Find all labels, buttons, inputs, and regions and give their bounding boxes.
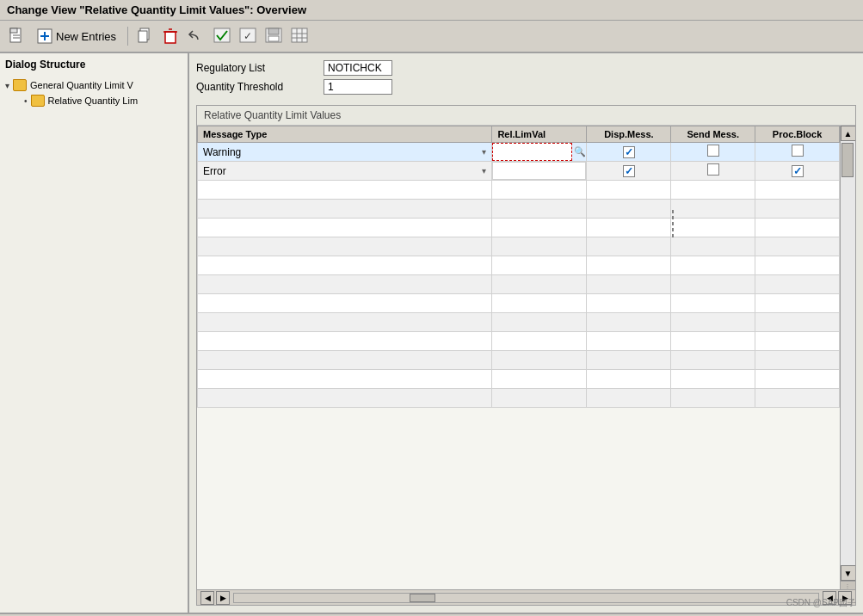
new-entries-button[interactable]: New Entries <box>31 26 122 46</box>
hscroll-track[interactable] <box>233 593 819 603</box>
checkbox-send-mess-2[interactable] <box>707 163 719 176</box>
dialog-structure-title: Dialog Structure <box>3 57 184 72</box>
table-row <box>198 332 840 351</box>
checkbox-send-mess-1[interactable] <box>707 145 719 157</box>
document-icon[interactable] <box>5 25 28 47</box>
table-title: Relative Quantity Limit Values <box>197 106 855 126</box>
regulatory-list-row: Regulatory List NOTICHCK <box>196 60 856 76</box>
panel-resize-handle[interactable] <box>670 52 675 396</box>
bullet-icon: • <box>24 96 28 106</box>
scroll-track[interactable] <box>841 141 855 565</box>
col-proc-block: Proc.Block <box>755 126 840 143</box>
right-content: Regulatory List NOTICHCK Quantity Thresh… <box>189 53 863 613</box>
dropdown-arrow-2[interactable]: ▾ <box>482 166 486 176</box>
scroll-down-btn[interactable]: ▼ <box>841 565 856 581</box>
toolbar: New Entries ✓ <box>0 21 863 53</box>
dropdown-arrow-1[interactable]: ▾ <box>482 147 486 157</box>
delete-icon[interactable] <box>159 25 182 47</box>
cell-rel-lim-1[interactable]: 🔍 <box>492 143 587 162</box>
undo-icon[interactable] <box>185 25 207 47</box>
vertical-scrollbar: ▲ ▼ ⋮ <box>840 126 855 589</box>
table-row <box>198 351 840 370</box>
quantity-threshold-label: Quantity Threshold <box>196 81 317 93</box>
hscroll-left-controls: ◀ ▶ <box>197 591 233 605</box>
hscroll-right-btn[interactable]: ▶ <box>216 591 230 605</box>
check-mark-icon[interactable] <box>211 25 233 47</box>
new-entries-label: New Entries <box>56 30 116 43</box>
regulatory-list-value: NOTICHCK <box>324 60 392 76</box>
svg-rect-1 <box>10 28 17 33</box>
main-area: Dialog Structure ▾ General Quantity Limi… <box>0 53 863 613</box>
cell-send-mess-1[interactable] <box>671 143 755 162</box>
svg-text:✓: ✓ <box>243 30 252 42</box>
quantity-threshold-value: 1 <box>324 79 392 95</box>
data-table: Message Type Rel.LimVal Disp.Mess. Send … <box>197 126 840 408</box>
expand-icon: ▾ <box>5 81 9 90</box>
folder-icon-relative <box>31 95 45 107</box>
dialog-structure-panel: Dialog Structure ▾ General Quantity Limi… <box>0 53 189 613</box>
tree-item-general[interactable]: ▾ General Quantity Limit V <box>3 77 184 93</box>
title-bar: Change View "Relative Quantity Limit Val… <box>0 0 863 21</box>
checkbox-disp-mess-1[interactable] <box>623 146 635 158</box>
cell-rel-lim-2[interactable] <box>492 162 587 181</box>
svg-rect-12 <box>214 28 230 42</box>
table-row <box>198 389 840 408</box>
svg-rect-8 <box>139 31 147 42</box>
save2-icon[interactable] <box>262 25 285 47</box>
scroll-thumb[interactable] <box>841 143 854 177</box>
checkbox-proc-block-2[interactable] <box>792 165 804 177</box>
folder-icon-general <box>13 79 27 91</box>
table-scroll-area: Message Type Rel.LimVal Disp.Mess. Send … <box>197 126 840 589</box>
cell-proc-block-1[interactable] <box>755 143 840 162</box>
col-send-mess: Send Mess. <box>671 126 755 143</box>
tree-item-relative[interactable]: • Relative Quantity Lim <box>3 93 184 108</box>
footer: Position... Entry 1 of 2 SAP <box>0 613 863 616</box>
svg-rect-16 <box>268 28 279 34</box>
table-row <box>198 219 840 237</box>
cell-message-type-1: Warning ▾ <box>198 143 492 162</box>
checkbox-disp-mess-2[interactable] <box>623 165 635 177</box>
regulatory-list-label: Regulatory List <box>196 62 317 74</box>
cell-send-mess-2[interactable] <box>671 162 755 181</box>
cell-message-type-2: Error ▾ <box>198 162 492 181</box>
table-row <box>198 313 840 332</box>
horizontal-scrollbar: ◀ ▶ ◀ ▶ <box>197 589 855 605</box>
grid-icon[interactable] <box>288 25 311 47</box>
checkbox-proc-block-1[interactable] <box>792 145 804 157</box>
rel-lim-input-1[interactable] <box>492 143 572 161</box>
cell-disp-mess-2[interactable] <box>587 162 671 181</box>
watermark: CSDN @SAP园子 <box>786 597 856 609</box>
col-disp-mess: Disp.Mess. <box>587 126 671 143</box>
title-text: Change View "Relative Quantity Limit Val… <box>7 3 306 16</box>
cell-proc-block-2[interactable] <box>755 162 840 181</box>
table-row <box>198 181 840 200</box>
hscroll-thumb[interactable] <box>410 594 435 602</box>
table-row <box>198 256 840 275</box>
check2-icon[interactable]: ✓ <box>237 25 259 47</box>
table-row <box>198 237 840 256</box>
table-row <box>198 370 840 389</box>
tree-item-label-general: General Quantity Limit V <box>30 80 133 90</box>
hscroll-left-btn[interactable]: ◀ <box>200 591 214 605</box>
table-row <box>198 275 840 294</box>
tree-item-label-relative: Relative Quantity Lim <box>48 95 139 106</box>
svg-rect-9 <box>165 32 176 43</box>
table-row <box>198 200 840 219</box>
col-rel-lim-val: Rel.LimVal <box>492 126 587 143</box>
table-row: Error ▾ <box>198 162 840 181</box>
scroll-up-btn[interactable]: ▲ <box>841 126 856 141</box>
scroll-grip: ⋮ <box>841 581 855 589</box>
quantity-threshold-row: Quantity Threshold 1 <box>196 79 856 95</box>
svg-rect-17 <box>268 36 279 41</box>
copy-icon[interactable] <box>133 25 156 47</box>
table-wrapper: Message Type Rel.LimVal Disp.Mess. Send … <box>197 126 855 589</box>
cell-disp-mess-1[interactable] <box>587 143 671 162</box>
rel-lim-input-2[interactable] <box>492 162 586 180</box>
table-row: Warning ▾ 🔍 <box>198 143 840 162</box>
table-header-row: Message Type Rel.LimVal Disp.Mess. Send … <box>198 126 840 143</box>
toolbar-separator <box>127 27 128 46</box>
table-container: Relative Quantity Limit Values Message T… <box>196 105 856 606</box>
header-fields: Regulatory List NOTICHCK Quantity Thresh… <box>196 60 856 98</box>
search-icon-1[interactable]: 🔍 <box>574 146 586 157</box>
table-row <box>198 294 840 313</box>
